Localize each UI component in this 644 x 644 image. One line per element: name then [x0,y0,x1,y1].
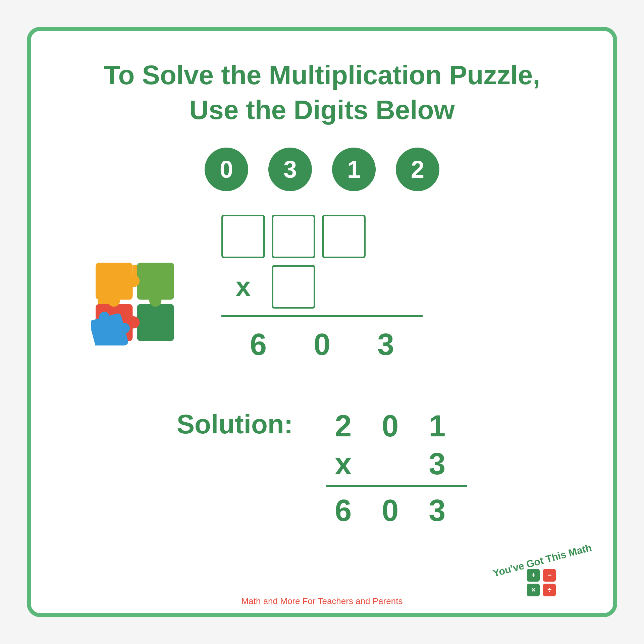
result-0: 0 [300,327,344,362]
box-multiplier [272,265,315,309]
svg-rect-1 [137,263,174,300]
svg-point-5 [149,294,161,306]
times-icon: × [527,584,540,596]
box-tens [272,215,315,258]
minus-icon: − [543,569,556,582]
main-card: To Solve the Multiplication Puzzle, Use … [27,27,617,617]
divide-icon: ÷ [543,584,556,596]
svg-point-6 [127,275,140,287]
sol-0: 0 [373,409,407,443]
tagline: Math and More For Teachers and Parents [241,596,403,606]
sol-x: x [326,447,360,481]
sol-1: 1 [420,409,454,443]
solution-section: Solution: 2 0 1 x 3 6 0 3 [64,409,580,528]
solution-math: 2 0 1 x 3 6 0 3 [326,409,467,528]
watermark: You've Got This Math + − × ÷ [491,555,593,596]
sol-2: 2 [326,409,360,443]
solution-mid-row: x 3 [326,447,454,481]
multiply-symbol: x [221,271,265,302]
digit-3: 3 [268,148,312,191]
sol-res-6: 6 [326,493,360,528]
sol-res-3: 3 [420,493,454,528]
result-6: 6 [236,327,280,362]
puzzle-area: x 6 0 3 [221,215,423,362]
svg-rect-0 [96,263,133,300]
solution-label: Solution: [177,409,293,440]
box-ones [322,215,366,258]
puzzle-result-row: 6 0 3 [221,327,423,362]
puzzle-bottom-row: x [221,265,315,309]
puzzle-divider [221,315,423,317]
title-line2: Use the Digits Below [189,95,454,125]
digits-row: 0 3 1 2 [205,148,439,191]
page-title: To Solve the Multiplication Puzzle, Use … [104,58,540,127]
solution-result-row: 6 0 3 [326,493,454,528]
sol-multiplier: 3 [420,447,454,481]
digit-1: 1 [332,148,376,191]
svg-rect-3 [137,304,174,341]
svg-point-4 [108,294,120,306]
sol-3-space [373,447,407,481]
digit-0: 0 [205,148,248,191]
solution-top-row: 2 0 1 [326,409,454,443]
sol-res-0: 0 [373,493,407,528]
title-line1: To Solve the Multiplication Puzzle, [104,60,540,90]
digit-2: 2 [396,148,439,191]
solution-divider [326,485,467,487]
puzzle-wrapper: x 6 0 3 [64,215,580,389]
watermark-icons: + − × ÷ [527,569,557,596]
box-hundreds [221,215,265,258]
plus-icon: + [527,569,540,582]
puzzle-icon [91,258,178,345]
puzzle-top-row [221,215,366,258]
result-3: 3 [364,327,408,362]
